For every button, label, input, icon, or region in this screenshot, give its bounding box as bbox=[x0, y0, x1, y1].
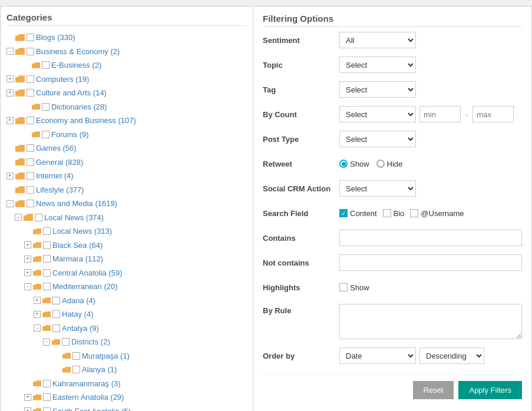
category-checkbox[interactable] bbox=[35, 214, 42, 221]
category-label[interactable]: General (828) bbox=[36, 157, 83, 168]
contains-input[interactable] bbox=[339, 230, 522, 246]
category-checkbox[interactable] bbox=[27, 48, 34, 55]
highlights-checkbox[interactable] bbox=[339, 283, 348, 291]
bio-checkbox[interactable] bbox=[383, 209, 391, 217]
category-checkbox[interactable] bbox=[43, 283, 51, 290]
category-checkbox[interactable] bbox=[27, 89, 34, 97]
bycount-min-input[interactable] bbox=[419, 106, 461, 122]
category-checkbox[interactable] bbox=[52, 324, 60, 332]
category-label[interactable]: Lifestyle (377) bbox=[36, 184, 84, 196]
expand-button[interactable]: + bbox=[34, 311, 41, 318]
category-label[interactable]: Eastern Anatolia (29) bbox=[52, 392, 124, 403]
tag-select[interactable]: Select bbox=[339, 81, 416, 98]
category-checkbox[interactable] bbox=[27, 172, 34, 180]
category-checkbox[interactable] bbox=[52, 297, 60, 304]
socialcrm-select[interactable]: Select bbox=[339, 180, 416, 197]
expand-button[interactable]: - bbox=[43, 339, 50, 346]
apply-filters-button[interactable]: Apply Filters bbox=[458, 381, 522, 399]
orderby-select[interactable]: Date bbox=[339, 347, 416, 364]
category-checkbox[interactable] bbox=[72, 366, 80, 373]
orderby-direction-select[interactable]: Descending bbox=[419, 347, 484, 364]
category-checkbox[interactable] bbox=[27, 158, 34, 166]
category-checkbox[interactable] bbox=[52, 310, 60, 318]
content-checkbox[interactable] bbox=[339, 209, 348, 217]
expand-button[interactable]: + bbox=[6, 173, 14, 180]
category-label[interactable]: Games (56) bbox=[36, 142, 77, 154]
category-label[interactable]: Alanya (1) bbox=[82, 364, 117, 376]
content-checkbox-label[interactable]: Content bbox=[339, 209, 377, 218]
expand-button[interactable]: - bbox=[6, 48, 14, 55]
expand-button[interactable]: + bbox=[24, 269, 31, 276]
category-label[interactable]: Kahramanmaraş (3) bbox=[52, 378, 121, 390]
category-label[interactable]: Dictionaries (28) bbox=[51, 101, 107, 113]
username-checkbox-label[interactable]: @Username bbox=[410, 209, 464, 218]
category-label[interactable]: Adana (4) bbox=[62, 295, 95, 307]
category-checkbox[interactable] bbox=[27, 200, 34, 207]
category-checkbox[interactable] bbox=[27, 117, 34, 124]
category-checkbox[interactable] bbox=[27, 34, 34, 41]
category-checkbox[interactable] bbox=[43, 407, 51, 411]
category-checkbox[interactable] bbox=[43, 269, 51, 277]
category-checkbox[interactable] bbox=[42, 61, 49, 69]
category-label[interactable]: E-Business (2) bbox=[51, 59, 101, 71]
category-checkbox[interactable] bbox=[27, 186, 34, 194]
category-label[interactable]: Local News (313) bbox=[52, 226, 112, 237]
category-checkbox[interactable] bbox=[42, 103, 49, 111]
category-label[interactable]: Mediterranean (20) bbox=[52, 281, 118, 293]
category-label[interactable]: Forums (9) bbox=[51, 129, 89, 141]
expand-button[interactable]: + bbox=[6, 117, 14, 124]
expand-button[interactable]: + bbox=[34, 297, 41, 304]
category-label[interactable]: Black Sea (64) bbox=[52, 240, 103, 251]
username-checkbox[interactable] bbox=[410, 209, 418, 217]
category-label[interactable]: News and Media (1619) bbox=[36, 198, 117, 210]
category-checkbox[interactable] bbox=[43, 227, 51, 235]
category-checkbox[interactable] bbox=[27, 144, 34, 152]
category-label[interactable]: Marmara (112) bbox=[52, 253, 103, 265]
notcontains-input[interactable] bbox=[339, 254, 522, 271]
sentiment-select[interactable]: All bbox=[339, 32, 416, 48]
category-checkbox[interactable] bbox=[43, 241, 51, 249]
topic-select[interactable]: Select bbox=[339, 57, 416, 73]
expand-button[interactable]: - bbox=[24, 283, 31, 290]
expand-button[interactable]: + bbox=[24, 394, 31, 401]
category-label[interactable]: Computers (19) bbox=[36, 74, 89, 85]
category-checkbox[interactable] bbox=[43, 393, 51, 401]
category-checkbox[interactable] bbox=[62, 338, 70, 346]
category-label[interactable]: Hatay (4) bbox=[62, 309, 93, 320]
category-checkbox[interactable] bbox=[43, 380, 51, 387]
expand-button[interactable]: - bbox=[6, 200, 14, 207]
category-label[interactable]: Business & Economy (2) bbox=[36, 46, 120, 58]
category-label[interactable]: Blogs (330) bbox=[36, 32, 75, 44]
posttype-select[interactable]: Select bbox=[339, 131, 416, 147]
category-checkbox[interactable] bbox=[72, 352, 80, 360]
retweet-hide-option[interactable]: Hide bbox=[376, 160, 403, 168]
expand-button[interactable]: + bbox=[24, 256, 31, 263]
reset-button[interactable]: Reset bbox=[413, 381, 454, 399]
bycount-max-input[interactable] bbox=[472, 106, 514, 122]
category-label[interactable]: Economy and Business (107) bbox=[36, 115, 136, 127]
expand-button[interactable]: + bbox=[24, 407, 31, 411]
category-label[interactable]: Districts (2) bbox=[71, 336, 110, 348]
category-label[interactable]: Culture and Arts (14) bbox=[36, 87, 107, 99]
category-checkbox[interactable] bbox=[42, 131, 49, 138]
category-checkbox[interactable] bbox=[27, 75, 34, 83]
category-label[interactable]: Internet (4) bbox=[36, 170, 74, 182]
list-item: Local News (313) bbox=[6, 224, 247, 238]
byrule-textarea[interactable] bbox=[339, 304, 522, 339]
expand-button[interactable]: - bbox=[34, 324, 41, 332]
category-label[interactable]: Central Anatolia (59) bbox=[52, 267, 123, 279]
category-label[interactable]: Antalya (9) bbox=[62, 323, 99, 334]
folder-icon bbox=[15, 75, 25, 82]
expand-button[interactable]: + bbox=[6, 90, 14, 97]
retweet-show-option[interactable]: Show bbox=[339, 160, 369, 168]
category-label[interactable]: South East Anatolia (5) bbox=[52, 406, 131, 412]
expand-button[interactable]: + bbox=[24, 241, 31, 248]
category-label[interactable]: Muratpaşa (1) bbox=[82, 350, 130, 362]
expand-button[interactable]: + bbox=[6, 75, 14, 82]
category-label[interactable]: Local News (374) bbox=[44, 212, 104, 224]
category-checkbox[interactable] bbox=[43, 255, 51, 263]
highlights-show-checkbox-label[interactable]: Show bbox=[339, 283, 369, 292]
expand-button[interactable]: - bbox=[15, 214, 22, 221]
bio-checkbox-label[interactable]: Bio bbox=[383, 209, 405, 218]
bycount-select[interactable]: Select bbox=[339, 106, 416, 122]
